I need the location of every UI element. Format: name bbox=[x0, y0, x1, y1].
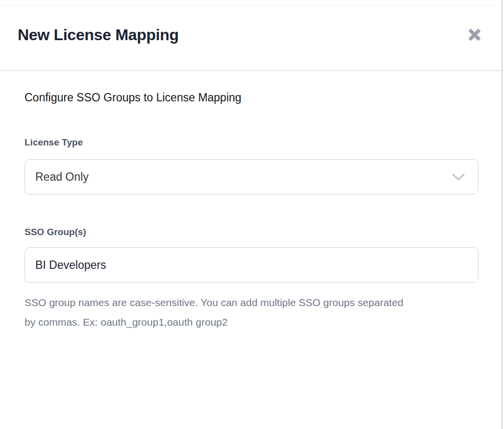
new-license-mapping-modal: New License Mapping Configure SSO Groups… bbox=[0, 5, 502, 429]
sso-groups-help-text: SSO group names are case-sensitive. You … bbox=[25, 293, 413, 332]
x-icon bbox=[467, 27, 482, 43]
header-divider bbox=[0, 70, 502, 71]
page: New License Mapping Configure SSO Groups… bbox=[0, 0, 504, 429]
modal-subtitle: Configure SSO Groups to License Mapping bbox=[25, 89, 241, 106]
license-type-select[interactable]: Read Only bbox=[25, 159, 479, 194]
close-button[interactable] bbox=[464, 24, 485, 46]
sso-groups-label: SSO Group(s) bbox=[25, 226, 86, 238]
chevron-down-icon bbox=[452, 173, 465, 181]
license-type-selected-value: Read Only bbox=[35, 170, 89, 184]
license-type-label: License Type bbox=[25, 136, 83, 149]
modal-title: New License Mapping bbox=[18, 23, 179, 47]
page-right-edge-line bbox=[502, 0, 503, 429]
sso-groups-input[interactable] bbox=[25, 247, 479, 283]
